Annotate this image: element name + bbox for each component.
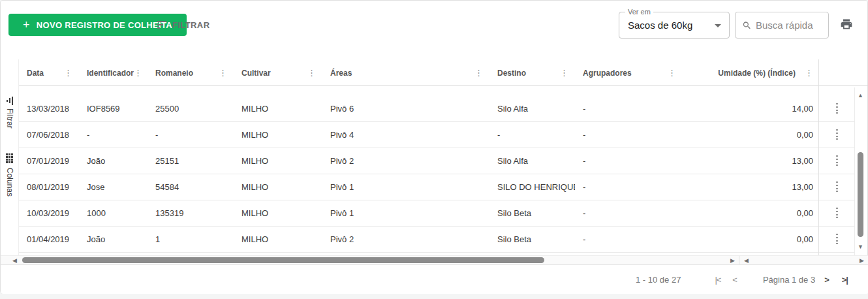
last-page-icon[interactable]: >| <box>842 275 848 285</box>
filter-list-icon <box>157 21 166 29</box>
cell-areas: Pivô 1 <box>322 200 489 226</box>
view-in-select[interactable]: Ver em Sacos de 60kg <box>619 12 730 39</box>
cell-identificador: - <box>79 122 147 148</box>
cell-cultivar: MILHO <box>234 122 322 148</box>
cell-identificador: IOF8569 <box>79 96 147 121</box>
first-page-icon[interactable]: |< <box>715 275 721 285</box>
cell-umidade: 13,00 <box>683 174 818 200</box>
sidebar-tab-filter-label: Filtrar <box>5 108 14 129</box>
cell-destino: Silo Alfa <box>489 96 575 121</box>
cell-data: 08/01/2019 <box>19 174 79 200</box>
side-panel-buttons: Filtrar Colunas <box>1 59 19 264</box>
horizontal-scrollbar-thumb[interactable] <box>22 257 544 263</box>
cell-destino: Silo Beta <box>489 200 575 226</box>
columns-grid-icon <box>6 153 13 163</box>
row-menu-icon[interactable] <box>836 208 838 219</box>
view-in-select-label: Ver em <box>625 8 653 16</box>
cell-areas: Pivô 2 <box>322 148 489 174</box>
dropdown-arrow-icon <box>715 24 721 27</box>
cell-cultivar: MILHO <box>234 200 322 226</box>
cell-agrupadores: - <box>575 96 683 121</box>
cell-destino: SILO DO HENRIQUE <box>489 174 575 200</box>
column-header-label: Áreas <box>330 69 352 78</box>
next-page-icon[interactable]: > <box>824 275 829 285</box>
filter-tab-icon <box>7 96 13 105</box>
table-row[interactable]: 07/01/2019 João 25151 MILHO Pivô 2 Silo … <box>19 148 818 174</box>
print-button[interactable] <box>840 18 853 33</box>
column-menu-icon[interactable]: ⋮ <box>474 69 483 77</box>
pagination-range: 1 - 10 de 27 <box>636 275 681 285</box>
column-menu-icon[interactable]: ⋮ <box>307 69 316 77</box>
cell-umidade: 14,00 <box>683 96 818 121</box>
table-row[interactable]: 13/03/2018 IOF8569 25500 MILHO Pivô 6 Si… <box>19 96 818 122</box>
previous-page-icon[interactable]: < <box>732 275 737 285</box>
print-icon <box>840 18 853 31</box>
cell-areas: Pivô 4 <box>322 122 489 148</box>
cell-cultivar: MILHO <box>234 148 322 174</box>
row-menu-icon[interactable] <box>836 155 838 166</box>
cell-umidade: 13,00 <box>683 148 818 174</box>
column-menu-icon[interactable]: ⋮ <box>134 69 142 77</box>
column-menu-icon[interactable]: ⋮ <box>668 69 676 77</box>
vertical-scrollbar-thumb[interactable] <box>858 152 863 237</box>
column-header-data[interactable]: Data ⋮ <box>19 59 79 86</box>
view-in-selected-value: Sacos de 60kg <box>628 20 692 31</box>
column-header-label: Data <box>27 69 44 78</box>
new-harvest-record-label: NOVO REGISTRO DE COLHEITA <box>37 20 172 30</box>
table-row[interactable]: 10/03/2019 1000 135319 MILHO Pivô 1 Silo… <box>19 200 818 227</box>
harvest-records-panel: + NOVO REGISTRO DE COLHEITA FILTRAR Ver … <box>0 0 868 294</box>
column-menu-icon[interactable]: ⋮ <box>64 69 72 77</box>
column-header-romaneio[interactable]: Romaneio ⋮ <box>147 59 234 86</box>
sidebar-tab-columns[interactable]: Colunas <box>1 153 18 197</box>
row-menu-icon[interactable] <box>836 181 838 193</box>
column-header-label: Romaneio <box>155 69 193 78</box>
row-menu-icon[interactable] <box>836 129 838 140</box>
column-header-label: Destino <box>497 69 526 78</box>
cell-romaneio: 135319 <box>147 200 234 226</box>
filter-button-label: FILTRAR <box>172 20 209 30</box>
cell-identificador: João <box>79 148 147 174</box>
vertical-scrollbar: ▲ ▼ <box>854 87 865 255</box>
sidebar-tab-filter[interactable]: Filtrar <box>1 97 18 129</box>
table-row[interactable]: 07/06/2018 - - MILHO Pivô 4 - - 0,00 <box>19 122 818 148</box>
table-row[interactable]: 08/01/2019 Jose 54584 MILHO Pivô 1 SILO … <box>19 174 818 200</box>
column-menu-icon[interactable]: ⋮ <box>219 69 227 77</box>
cell-agrupadores: - <box>575 200 683 226</box>
cell-romaneio: - <box>147 122 234 148</box>
row-menu-icon[interactable] <box>836 103 838 114</box>
column-header-label: Cultivar <box>241 69 271 78</box>
cell-areas: Pivô 1 <box>322 174 489 200</box>
column-header-umidade[interactable]: Umidade (%) (Índice) ⋮ <box>683 59 818 86</box>
scrollbar-divider <box>739 256 739 265</box>
column-header-cultivar[interactable]: Cultivar ⋮ <box>234 59 322 86</box>
table-body: 13/03/2018 IOF8569 25500 MILHO Pivô 6 Si… <box>19 86 818 255</box>
cell-destino: Silo Beta <box>489 227 575 252</box>
cell-agrupadores: - <box>575 148 683 174</box>
cell-data: 10/03/2019 <box>19 200 79 226</box>
cell-data: 01/04/2019 <box>19 227 79 252</box>
column-menu-icon[interactable]: ⋮ <box>560 69 568 77</box>
scroll-up-icon[interactable]: ▲ <box>855 92 866 99</box>
table-row[interactable]: 01/04/2019 João 1 MILHO Pivô 2 Silo Beta… <box>19 227 818 253</box>
quick-search-input[interactable] <box>756 20 823 31</box>
column-header-destino[interactable]: Destino ⋮ <box>489 59 575 86</box>
cell-destino: Silo Alfa <box>489 148 575 174</box>
column-header-label: Agrupadores <box>583 69 632 78</box>
row-menu-icon[interactable] <box>836 234 838 245</box>
column-header-identificador[interactable]: Identificador ⋮ <box>79 59 147 86</box>
sidebar-tab-columns-label: Colunas <box>5 168 14 197</box>
cell-cultivar: MILHO <box>234 227 322 252</box>
cell-umidade: 0,00 <box>683 227 818 252</box>
cell-umidade: 0,00 <box>683 122 818 148</box>
pagination-page-label: Página 1 de 3 <box>763 275 815 285</box>
filter-button[interactable]: FILTRAR <box>157 15 209 35</box>
cell-romaneio: 25500 <box>147 96 234 121</box>
column-menu-icon[interactable]: ⋮ <box>805 69 813 77</box>
cell-data: 13/03/2018 <box>19 96 79 121</box>
column-header-agrupadores[interactable]: Agrupadores ⋮ <box>575 59 683 86</box>
scroll-down-icon[interactable]: ▼ <box>855 244 866 250</box>
cell-romaneio: 25151 <box>147 148 234 174</box>
plus-icon: + <box>23 19 30 31</box>
cell-areas: Pivô 6 <box>322 96 489 121</box>
column-header-areas[interactable]: Áreas ⋮ <box>322 59 489 86</box>
